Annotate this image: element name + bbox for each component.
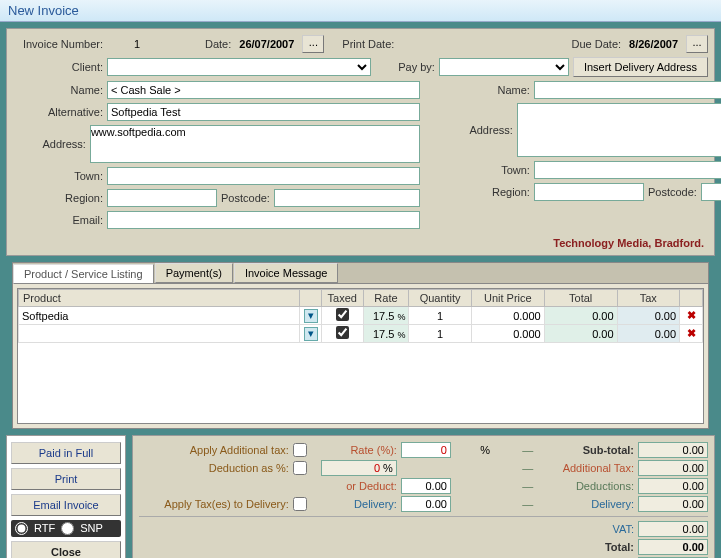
delivery-name-input[interactable] [534,81,721,99]
delivery-postcode-label: Postcode: [648,186,697,198]
insert-delivery-button[interactable]: Insert Delivery Address [573,57,708,77]
delivery2-value: 0.00 [638,496,708,512]
delivery-region-input[interactable] [534,183,644,201]
cell-total: 0.00 [544,325,617,343]
rate-pct-label: Rate (%): [321,444,397,456]
delivery-input[interactable]: 0.00 [401,496,451,512]
date-value: 26/07/2007 [239,38,294,50]
taxed-check[interactable] [336,326,349,339]
region-label: Region: [13,192,103,204]
deduction-pct-check[interactable] [293,461,307,475]
delivery2-label: Delivery: [537,498,634,510]
pay-by-select[interactable] [439,58,569,76]
deduction-pct-value: 0 % [321,460,397,476]
or-deduct-input[interactable]: 0.00 [401,478,451,494]
col-rate: Rate [363,290,409,307]
cell-rate[interactable]: 17.5 % [363,307,409,325]
cell-total: 0.00 [544,307,617,325]
apply-tax-delivery-label: Apply Tax(es) to Delivery: [139,498,289,510]
close-button[interactable]: Close [11,541,121,559]
total-value: 0.00 [638,539,708,555]
window-title: New Invoice [0,0,721,22]
client-select[interactable] [107,58,371,76]
add-tax-label: Additional Tax: [537,462,634,474]
product-dropdown-icon[interactable]: ▾ [304,309,318,323]
cell-tax: 0.00 [617,307,679,325]
due-date-picker-button[interactable] [686,35,708,53]
delivery-town-input[interactable] [534,161,721,179]
pay-by-label: Pay by: [375,61,435,73]
taxed-check[interactable] [336,308,349,321]
add-tax-value: 0.00 [638,460,708,476]
rtf-radio[interactable] [15,522,28,535]
subtotal-value: 0.00 [638,442,708,458]
rate-pct-input[interactable]: 0 [401,442,451,458]
company-footer: Technology Media, Bradford. [13,237,708,249]
totals-panel: Apply Additional tax: Rate (%): 0 % — Su… [132,435,715,559]
apply-add-tax-label: Apply Additional tax: [139,444,289,456]
delivery-name-label: Name: [440,84,530,96]
name-label: Name: [13,84,103,96]
col-unit: Unit Price [471,290,544,307]
action-buttons: Paid in Full Print Email Invoice RTF SNP… [6,435,126,559]
town-input[interactable] [107,167,420,185]
alt-input[interactable] [107,103,420,121]
cell-tax: 0.00 [617,325,679,343]
vat-label: VAT: [537,523,634,535]
tab-payments[interactable]: Payment(s) [155,263,233,283]
cell-qty[interactable]: 1 [409,307,471,325]
total-label: Total: [537,541,634,553]
invoice-number-label: Invoice Number: [13,38,103,50]
postcode-label: Postcode: [221,192,270,204]
delivery-address-label: Address: [440,124,513,136]
apply-add-tax-check[interactable] [293,443,307,457]
tabs-container: Product / Service Listing Payment(s) Inv… [12,262,709,429]
table-row: ▾17.5 %10.0000.000.00✖ [19,325,703,343]
col-product: Product [19,290,300,307]
postcode-input[interactable] [274,189,420,207]
delete-row-icon[interactable]: ✖ [687,309,696,321]
town-label: Town: [13,170,103,182]
cell-unit[interactable]: 0.000 [471,325,544,343]
tab-message[interactable]: Invoice Message [234,263,339,283]
print-button[interactable]: Print [11,468,121,490]
col-qty: Quantity [409,290,471,307]
due-date-label: Due Date: [572,38,622,50]
name-input[interactable] [107,81,420,99]
delete-row-icon[interactable]: ✖ [687,327,696,339]
col-taxed: Taxed [321,290,363,307]
client-label: Client: [13,61,103,73]
snp-radio[interactable] [61,522,74,535]
delivery-address-input[interactable] [517,103,721,157]
cell-product[interactable]: Softpedia [19,307,300,325]
billing-column: Name: Alternative: Address:www.softpedia… [13,81,420,233]
alt-label: Alternative: [13,106,103,118]
cell-product[interactable] [19,325,300,343]
table-row: Softpedia▾17.5 %10.0000.000.00✖ [19,307,703,325]
col-tax: Tax [617,290,679,307]
date-label: Date: [205,38,231,50]
cell-rate[interactable]: 17.5 % [363,325,409,343]
product-grid: Product Taxed Rate Quantity Unit Price T… [17,288,704,424]
vat-value: 0.00 [638,521,708,537]
product-dropdown-icon[interactable]: ▾ [304,327,318,341]
delivery-label: Delivery: [321,498,397,510]
apply-tax-delivery-check[interactable] [293,497,307,511]
paid-full-button[interactable]: Paid in Full [11,442,121,464]
cell-unit[interactable]: 0.000 [471,307,544,325]
cell-qty[interactable]: 1 [409,325,471,343]
deduction-pct-label: Deduction as %: [139,462,289,474]
format-radio-group: RTF SNP [11,520,121,537]
email-label: Email: [13,214,103,226]
deductions-label: Deductions: [537,480,634,492]
tab-listing[interactable]: Product / Service Listing [13,264,154,284]
invoice-number: 1 [107,38,167,50]
email-input[interactable] [107,211,420,229]
or-deduct-label: or Deduct: [321,480,397,492]
delivery-town-label: Town: [440,164,530,176]
address-input[interactable]: www.softpedia.com [90,125,420,163]
region-input[interactable] [107,189,217,207]
email-button[interactable]: Email Invoice [11,494,121,516]
date-picker-button[interactable] [302,35,324,53]
delivery-postcode-input[interactable] [701,183,721,201]
